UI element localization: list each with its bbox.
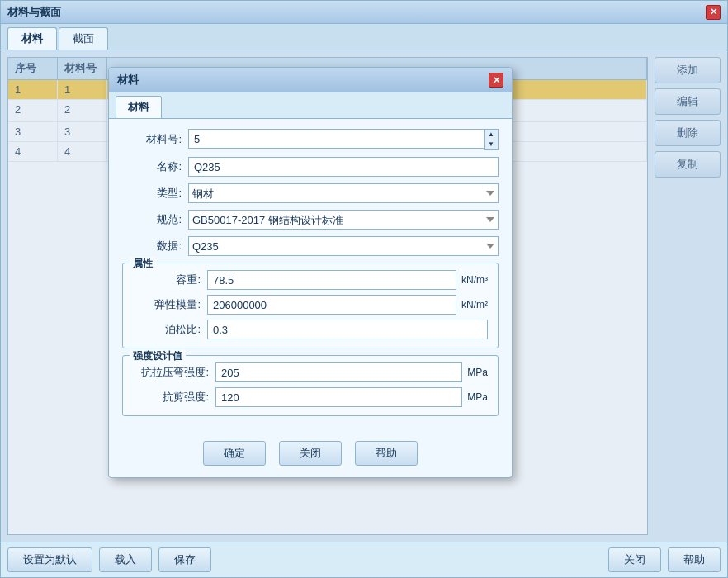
strength-section: 强度设计值 抗拉压弯强度: MPa 抗剪强度: MPa [122,355,499,416]
type-select[interactable]: 钢材 [188,183,499,203]
tab-section[interactable]: 截面 [59,27,108,50]
standard-row: 规范: GB50017-2017 钢结构设计标准 [122,210,499,230]
modal-close-button[interactable]: ✕ [489,73,503,88]
main-window: 材料与截面 ✕ 材料 截面 序号 材料号 1 1 2 [0,0,728,578]
elastic-unit: kN/m² [461,299,488,310]
shear-unit: MPa [467,391,488,403]
poisson-input[interactable] [207,320,488,339]
poisson-row: 泊松比: [133,320,488,339]
name-row: 名称: [122,157,499,177]
density-label: 容重: [133,272,207,287]
material-num-input[interactable] [188,129,484,149]
load-button[interactable]: 载入 [99,547,152,572]
tensile-label: 抗拉压弯强度: [133,365,215,380]
properties-section: 属性 容重: kN/m³ 弹性模量: kN/m² 泊松比: [122,263,499,348]
poisson-label: 泊松比: [133,322,207,337]
modal-help-button[interactable]: 帮助 [355,441,418,466]
density-row: 容重: kN/m³ [133,270,488,290]
save-button[interactable]: 保存 [158,547,211,572]
name-label: 名称: [122,159,188,174]
data-select[interactable]: Q235 [188,236,499,256]
modal-title: 材料 [117,73,139,88]
main-close-button[interactable]: ✕ [706,5,721,20]
help-button[interactable]: 帮助 [668,547,721,572]
tab-material[interactable]: 材料 [7,27,57,50]
main-titlebar: 材料与截面 ✕ [1,1,727,24]
main-content: 序号 材料号 1 1 2 2 胶 3 3 [1,50,727,542]
modal-footer: 确定 关闭 帮助 [109,433,512,477]
material-modal: 材料 ✕ 材料 材料号: ▲ [108,67,513,478]
elastic-input[interactable] [207,295,456,315]
modal-close-btn2[interactable]: 关闭 [279,441,342,466]
set-default-button[interactable]: 设置为默认 [7,547,92,572]
type-row: 类型: 钢材 [122,183,499,203]
close-button[interactable]: 关闭 [608,547,661,572]
bottom-bar: 设置为默认 载入 保存 关闭 帮助 [1,542,727,577]
tensile-input[interactable] [215,362,462,382]
material-num-spinner: ▲ ▼ [188,129,499,150]
name-input[interactable] [188,157,499,177]
spinner-down[interactable]: ▼ [485,140,498,149]
type-label: 类型: [122,186,188,201]
shear-input[interactable] [215,387,462,407]
data-row: 数据: Q235 [122,236,499,256]
shear-label: 抗剪强度: [133,390,215,405]
density-input[interactable] [207,270,456,290]
modal-tabs: 材料 [109,92,512,119]
elastic-row: 弹性模量: kN/m² [133,295,488,315]
modal-overlay: 材料 ✕ 材料 材料号: ▲ [1,50,727,542]
density-unit: kN/m³ [461,274,488,286]
material-num-label: 材料号: [122,132,188,147]
shear-row: 抗剪强度: MPa [133,387,488,407]
standard-select[interactable]: GB50017-2017 钢结构设计标准 [188,210,499,230]
strength-legend: 强度设计值 [130,349,186,363]
spinner-buttons: ▲ ▼ [484,129,499,150]
elastic-label: 弹性模量: [133,297,207,312]
tensile-row: 抗拉压弯强度: MPa [133,362,488,382]
data-label: 数据: [122,239,188,253]
spinner-up[interactable]: ▲ [485,130,498,140]
confirm-button[interactable]: 确定 [203,441,266,466]
main-title: 材料与截面 [7,5,61,20]
modal-tab-material[interactable]: 材料 [116,96,162,118]
modal-titlebar: 材料 ✕ [109,68,512,92]
material-num-row: 材料号: ▲ ▼ [122,129,499,150]
modal-body: 材料号: ▲ ▼ 名称: [109,119,512,433]
properties-legend: 属性 [130,257,156,271]
main-tabs: 材料 截面 [1,24,727,50]
standard-label: 规范: [122,212,188,227]
tensile-unit: MPa [467,367,488,378]
